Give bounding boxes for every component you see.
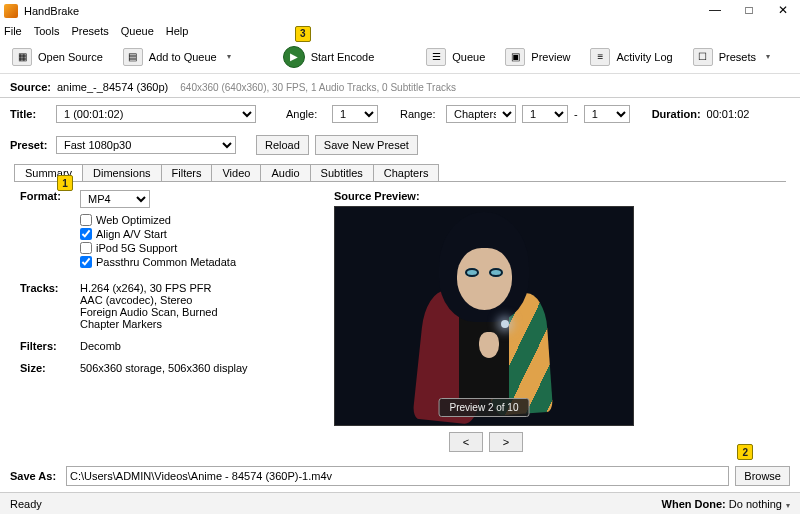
open-source-button[interactable]: ▦ Open Source: [6, 46, 109, 68]
activity-log-label: Activity Log: [616, 51, 672, 63]
presets-label: Presets: [719, 51, 756, 63]
range-dash: -: [574, 108, 578, 120]
presets-icon: ☐: [693, 48, 713, 66]
menu-help[interactable]: Help: [166, 25, 189, 37]
when-done-label: When Done:: [662, 498, 726, 510]
app-icon: [4, 4, 18, 18]
track-line-4: Chapter Markers: [80, 318, 218, 330]
queue-label: Queue: [452, 51, 485, 63]
callout-2: 2: [737, 444, 753, 460]
open-source-icon: ▦: [12, 48, 32, 66]
duration-label: Duration:: [652, 108, 701, 120]
window-title: HandBrake: [24, 5, 79, 17]
title-select[interactable]: 1 (00:01:02): [56, 105, 256, 123]
preset-label: Preset:: [10, 139, 50, 151]
preview-label: Preview: [531, 51, 570, 63]
preview-prev-button[interactable]: <: [449, 432, 483, 452]
align-av-checkbox[interactable]: Align A/V Start: [80, 228, 294, 240]
preset-select[interactable]: Fast 1080p30: [56, 136, 236, 154]
queue-button[interactable]: ☰ Queue: [420, 46, 491, 68]
filters-label: Filters:: [20, 340, 80, 352]
menu-file[interactable]: File: [4, 25, 22, 37]
play-icon: ▶: [283, 46, 305, 68]
when-done-select[interactable]: Do nothing: [729, 498, 790, 510]
web-optimized-checkbox[interactable]: Web Optimized: [80, 214, 294, 226]
tab-dimensions[interactable]: Dimensions: [82, 164, 161, 181]
callout-1: 1: [57, 175, 73, 191]
menu-presets[interactable]: Presets: [71, 25, 108, 37]
track-line-1: H.264 (x264), 30 FPS PFR: [80, 282, 218, 294]
range-from-select[interactable]: 1: [522, 105, 568, 123]
preview-icon: ▣: [505, 48, 525, 66]
preview-next-button[interactable]: >: [489, 432, 523, 452]
filters-value: Decomb: [80, 340, 121, 352]
duration-value: 00:01:02: [707, 108, 750, 120]
angle-label: Angle:: [286, 108, 326, 120]
track-line-2: AAC (avcodec), Stereo: [80, 294, 218, 306]
start-encode-button[interactable]: ▶ Start Encode 3: [277, 44, 381, 70]
tab-audio[interactable]: Audio: [260, 164, 310, 181]
close-button[interactable]: ✕: [766, 0, 800, 20]
tabs: Summary1 Dimensions Filters Video Audio …: [14, 164, 800, 181]
status-bar: Ready When Done: Do nothing: [0, 492, 800, 514]
range-to-select[interactable]: 1: [584, 105, 630, 123]
range-mode-select[interactable]: Chapters: [446, 105, 516, 123]
browse-button[interactable]: Browse: [735, 466, 790, 486]
activity-log-icon: ≡: [590, 48, 610, 66]
size-label: Size:: [20, 362, 80, 374]
status-text: Ready: [10, 498, 42, 510]
tracks-label: Tracks:: [20, 282, 80, 330]
add-to-queue-label: Add to Queue: [149, 51, 217, 63]
source-preview-label: Source Preview:: [334, 190, 786, 202]
format-select[interactable]: MP4: [80, 190, 150, 208]
source-preview-image: Preview 2 of 10: [334, 206, 634, 426]
tab-subtitles[interactable]: Subtitles: [310, 164, 374, 181]
tab-video[interactable]: Video: [211, 164, 261, 181]
add-to-queue-icon: ▤: [123, 48, 143, 66]
tab-filters[interactable]: Filters: [161, 164, 213, 181]
passthru-metadata-checkbox[interactable]: Passthru Common Metadata: [80, 256, 294, 268]
maximize-button[interactable]: □: [732, 0, 766, 20]
tab-summary[interactable]: Summary1: [14, 164, 83, 181]
menubar: File Tools Presets Queue Help: [0, 22, 800, 40]
track-line-3: Foreign Audio Scan, Burned: [80, 306, 218, 318]
range-label: Range:: [400, 108, 440, 120]
size-value: 506x360 storage, 506x360 display: [80, 362, 248, 374]
preview-button[interactable]: ▣ Preview: [499, 46, 576, 68]
start-encode-label: Start Encode: [311, 51, 375, 63]
save-new-preset-button[interactable]: Save New Preset: [315, 135, 418, 155]
preview-count-badge: Preview 2 of 10: [439, 398, 530, 417]
tab-chapters[interactable]: Chapters: [373, 164, 440, 181]
presets-button[interactable]: ☐ Presets: [687, 46, 776, 68]
save-as-input[interactable]: [66, 466, 729, 486]
reload-button[interactable]: Reload: [256, 135, 309, 155]
minimize-button[interactable]: —: [698, 0, 732, 20]
source-info: 640x360 (640x360), 30 FPS, 1 Audio Track…: [180, 82, 456, 93]
source-name: anime_-_84574 (360p): [57, 81, 168, 93]
menu-queue[interactable]: Queue: [121, 25, 154, 37]
format-label: Format:: [20, 190, 80, 208]
callout-3: 3: [295, 26, 311, 42]
menu-tools[interactable]: Tools: [34, 25, 60, 37]
angle-select[interactable]: 1: [332, 105, 378, 123]
toolbar: ▦ Open Source ▤ Add to Queue ▶ Start Enc…: [0, 40, 800, 74]
title-label: Title:: [10, 108, 50, 120]
queue-icon: ☰: [426, 48, 446, 66]
ipod-5g-checkbox[interactable]: iPod 5G Support: [80, 242, 294, 254]
open-source-label: Open Source: [38, 51, 103, 63]
activity-log-button[interactable]: ≡ Activity Log: [584, 46, 678, 68]
save-as-label: Save As:: [10, 470, 60, 482]
window-titlebar: HandBrake — □ ✕: [0, 0, 800, 22]
source-label: Source:: [10, 81, 51, 93]
add-to-queue-button[interactable]: ▤ Add to Queue: [117, 46, 237, 68]
